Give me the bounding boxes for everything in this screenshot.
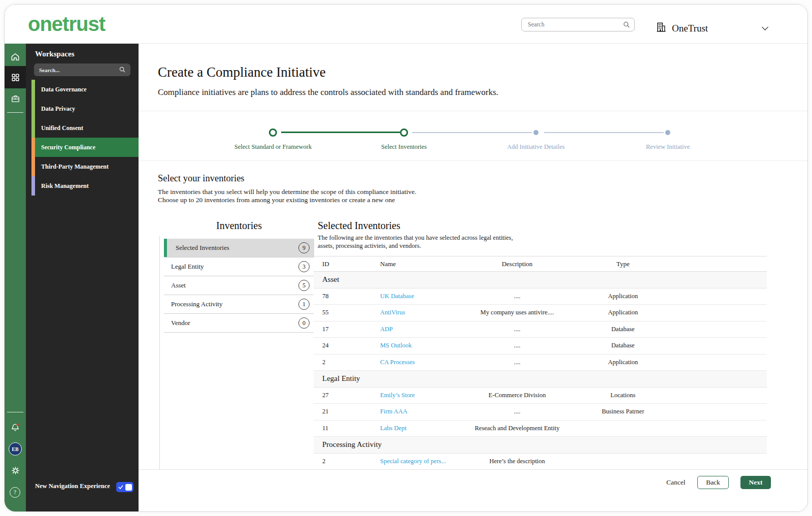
inventory-link[interactable]: ADP xyxy=(380,326,393,333)
list-item-processing-activity[interactable]: Processing Activity 1 xyxy=(164,295,314,314)
step-select-inventories[interactable]: Select Inventories xyxy=(381,128,427,151)
table-header-row: ID Name Description Managing Organizatio… xyxy=(314,256,767,272)
sidebar-item-unified-consent[interactable]: Unified Consent xyxy=(26,118,139,138)
toggle-knob xyxy=(125,484,132,491)
home-icon[interactable] xyxy=(5,47,26,67)
back-button[interactable]: Back xyxy=(697,476,729,489)
next-button[interactable]: Next xyxy=(740,476,771,489)
rail-divider xyxy=(7,112,23,113)
app-window: onetrust OneTrust xyxy=(4,4,808,512)
inventory-link[interactable]: MS Outlook xyxy=(380,342,412,349)
settings-gear-icon[interactable] xyxy=(5,460,26,480)
workspaces-search[interactable] xyxy=(34,63,130,76)
inventory-link[interactable]: UK Database xyxy=(380,293,414,300)
selected-inventories-heading: Selected Inventories xyxy=(318,220,400,232)
list-item-selected-inventories[interactable]: Selected Inventories 9 xyxy=(164,239,314,257)
table-row: 21 Firm AAA .... OneTrust Business Patrn… xyxy=(314,404,767,421)
group-header-processing-activity: Processing Activity xyxy=(314,437,767,454)
org-selector[interactable]: OneTrust xyxy=(655,21,708,35)
table-row: 2 CA Processes .... OneTrust Application xyxy=(314,354,767,371)
section-description: The inventories that you select will hel… xyxy=(158,188,416,204)
workspaces-panel: Workspaces Data Governance Data Privacy … xyxy=(26,44,139,511)
org-name: OneTrust xyxy=(672,23,708,34)
chevron-down-icon[interactable] xyxy=(760,23,770,36)
table-row: 55 AntiVirus My company uses antivire...… xyxy=(314,305,767,321)
new-navigation-experience-label: New Navigation Experience xyxy=(35,482,110,490)
inventory-link[interactable]: Labs Dept xyxy=(380,425,407,432)
scrollbar-track[interactable] xyxy=(159,236,160,469)
table-row: 27 Emily’s Store E-Commerce Division One… xyxy=(314,388,767,404)
cancel-button[interactable]: Cancel xyxy=(662,476,689,489)
search-icon xyxy=(622,20,631,31)
inventory-link[interactable]: Special category of pers... xyxy=(380,458,446,465)
inventory-link[interactable]: CA Processes xyxy=(380,359,415,366)
sidebar-item-third-party-management[interactable]: Third-Party Management xyxy=(26,157,139,176)
inventory-link[interactable]: Firm AAA xyxy=(380,408,408,415)
workspace-color-bar xyxy=(31,99,35,118)
building-icon xyxy=(655,21,667,35)
count-badge: 3 xyxy=(298,261,310,272)
column-header-description: Description xyxy=(464,260,570,268)
step-node-dot xyxy=(665,130,670,135)
divider xyxy=(139,111,807,111)
divider xyxy=(139,160,807,161)
column-header-name: Name xyxy=(369,260,464,268)
table-row: 17 ADP .... OneTrust Database xyxy=(314,321,767,338)
workspace-color-bar xyxy=(31,80,35,99)
sidebar-item-data-privacy[interactable]: Data Privacy xyxy=(26,99,139,118)
onetrust-logo[interactable]: onetrust xyxy=(28,13,105,36)
inventory-table: ID Name Description Managing Organizatio… xyxy=(314,256,767,470)
workspace-list: Data Governance Data Privacy Unified Con… xyxy=(26,80,139,196)
new-navigation-toggle[interactable] xyxy=(116,482,133,492)
list-item-legal-entity[interactable]: Legal Entity 3 xyxy=(164,257,314,276)
check-icon xyxy=(118,484,124,490)
step-select-standard-or-framework[interactable]: Select Standard or Framework xyxy=(234,128,312,151)
step-review-initiative[interactable]: Review Initiative xyxy=(646,128,690,151)
group-header-legal-entity: Legal Entity xyxy=(314,371,767,388)
workspace-color-bar xyxy=(31,138,35,157)
workspaces-search-input[interactable] xyxy=(34,63,115,76)
table-row: 2 Special category of pers... Here’s the… xyxy=(314,454,767,470)
column-header-id: ID xyxy=(314,260,369,268)
briefcase-icon[interactable] xyxy=(5,88,26,109)
workspace-color-bar xyxy=(31,118,35,138)
inventories-list: Selected Inventories 9 Legal Entity 3 As… xyxy=(164,239,314,333)
step-add-initiative-details[interactable]: Add Initiative Detailes xyxy=(507,128,565,151)
sidebar-item-data-governance[interactable]: Data Governance xyxy=(26,80,139,99)
notifications-bell-icon[interactable] xyxy=(5,417,26,438)
list-item-vendor[interactable]: Vendor 0 xyxy=(164,314,314,333)
count-badge: 0 xyxy=(298,317,310,329)
workspaces-title: Workspaces xyxy=(35,50,75,58)
user-avatar[interactable]: EB xyxy=(9,442,22,456)
step-node-ring xyxy=(400,128,408,137)
global-search-input[interactable] xyxy=(522,18,618,31)
page-title: Create a Compliance Initiative xyxy=(158,64,326,80)
page-subtitle: Compliance initiatives are plans to addr… xyxy=(158,87,498,98)
sidebar-item-risk-management[interactable]: Risk Management xyxy=(26,176,139,196)
column-header-type: Type xyxy=(570,260,675,268)
count-badge: 1 xyxy=(298,299,310,310)
search-icon xyxy=(118,66,126,76)
selected-indicator-bar xyxy=(164,239,167,257)
sidebar-item-security-compliance[interactable]: Security Compliance xyxy=(26,138,139,157)
global-search[interactable] xyxy=(521,18,635,31)
step-node-dot xyxy=(533,130,538,135)
selected-inventories-description: The following are the inventories that y… xyxy=(318,234,513,250)
table-row: 11 Labs Dept Reseach and Development Ent… xyxy=(314,421,767,437)
count-badge: 5 xyxy=(298,280,310,291)
workspace-color-bar xyxy=(31,157,35,176)
count-badge: 9 xyxy=(298,242,310,253)
inventory-link[interactable]: AntiVirus xyxy=(380,309,405,316)
nav-rail: EB ? xyxy=(5,44,26,511)
table-row: 78 UK Database .... OneTrust Application xyxy=(314,288,767,305)
help-icon[interactable]: ? xyxy=(10,487,20,498)
inventories-title: Inventories xyxy=(164,220,314,232)
step-node-ring xyxy=(269,128,277,137)
section-heading: Select your inventories xyxy=(158,173,245,184)
table-row: 24 MS Outlook .... OneTrust Database xyxy=(314,338,767,354)
inventory-link[interactable]: Emily’s Store xyxy=(380,392,415,399)
workspaces-grid-icon[interactable] xyxy=(5,66,26,88)
top-header: onetrust OneTrust xyxy=(5,5,807,44)
list-item-asset[interactable]: Asset 5 xyxy=(164,276,314,295)
rail-divider-bottom xyxy=(7,412,23,412)
